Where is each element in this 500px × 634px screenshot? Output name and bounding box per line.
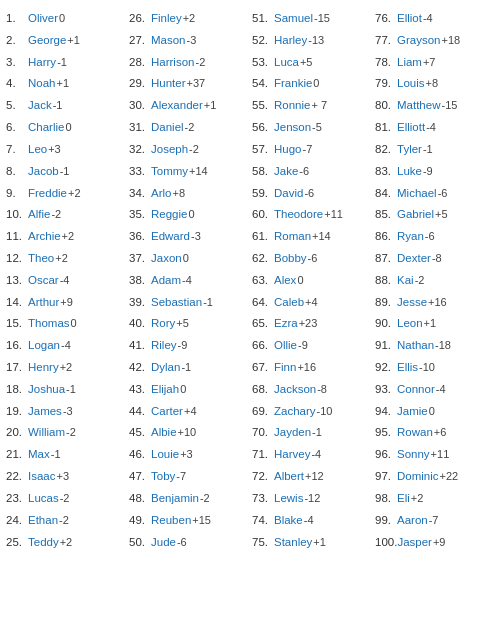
list-item: 73.Lewis -12 bbox=[250, 488, 373, 510]
rank-number: 58. bbox=[252, 163, 274, 181]
entry-change: +15 bbox=[192, 512, 211, 529]
rank-number: 63. bbox=[252, 272, 274, 290]
entry-change: +16 bbox=[428, 294, 447, 311]
entry-change: +1 bbox=[57, 75, 70, 92]
entry-change: -4 bbox=[426, 119, 436, 136]
entry-change: -8 bbox=[432, 250, 442, 267]
entry-name: Albert bbox=[274, 468, 304, 486]
entry-change: 0 bbox=[313, 75, 319, 92]
list-item: 76.Elliot -4 bbox=[373, 8, 496, 30]
entry-name: Oscar bbox=[28, 272, 59, 290]
rank-number: 8. bbox=[6, 163, 28, 181]
list-item: 45.Albie +10 bbox=[127, 422, 250, 444]
entry-change: +14 bbox=[312, 228, 331, 245]
rank-number: 90. bbox=[375, 315, 397, 333]
entry-change: -2 bbox=[415, 272, 425, 289]
entry-change: -1 bbox=[53, 97, 63, 114]
list-item: 18.Joshua -1 bbox=[4, 379, 127, 401]
entry-name: Teddy bbox=[28, 534, 59, 552]
rank-number: 5. bbox=[6, 97, 28, 115]
rank-number: 38. bbox=[129, 272, 151, 290]
list-item: 26.Finley +2 bbox=[127, 8, 250, 30]
rank-number: 23. bbox=[6, 490, 28, 508]
entry-name: Reuben bbox=[151, 512, 191, 530]
rank-number: 81. bbox=[375, 119, 397, 137]
entry-change: +1 bbox=[204, 97, 217, 114]
rank-number: 77. bbox=[375, 32, 397, 50]
rank-number: 35. bbox=[129, 206, 151, 224]
rankings-container: 1.Oliver 02.George +13.Harry -14.Noah +1… bbox=[4, 8, 496, 553]
rank-number: 100. bbox=[375, 534, 397, 552]
rank-number: 49. bbox=[129, 512, 151, 530]
entry-change: +10 bbox=[178, 424, 197, 441]
list-item: 61.Roman +14 bbox=[250, 226, 373, 248]
entry-name: Frankie bbox=[274, 75, 312, 93]
list-item: 9.Freddie +2 bbox=[4, 183, 127, 205]
entry-change: 0 bbox=[71, 315, 77, 332]
rank-number: 99. bbox=[375, 512, 397, 530]
entry-change: -2 bbox=[51, 206, 61, 223]
entry-name: Hunter bbox=[151, 75, 186, 93]
entry-change: -6 bbox=[308, 250, 318, 267]
list-item: 100.Jasper +9 bbox=[373, 532, 496, 554]
rank-number: 50. bbox=[129, 534, 151, 552]
list-item: 57.Hugo -7 bbox=[250, 139, 373, 161]
entry-change: -4 bbox=[182, 272, 192, 289]
rank-number: 45. bbox=[129, 424, 151, 442]
rank-number: 28. bbox=[129, 54, 151, 72]
rank-number: 82. bbox=[375, 141, 397, 159]
entry-name: Theo bbox=[28, 250, 54, 268]
rank-number: 52. bbox=[252, 32, 274, 50]
rank-number: 98. bbox=[375, 490, 397, 508]
entry-name: Luca bbox=[274, 54, 299, 72]
entry-name: Oliver bbox=[28, 10, 58, 28]
rank-number: 80. bbox=[375, 97, 397, 115]
entry-name: Alfie bbox=[28, 206, 50, 224]
entry-name: Edward bbox=[151, 228, 190, 246]
rank-number: 21. bbox=[6, 446, 28, 464]
list-item: 85.Gabriel +5 bbox=[373, 204, 496, 226]
entry-name: Harrison bbox=[151, 54, 194, 72]
list-item: 4.Noah +1 bbox=[4, 73, 127, 95]
rank-number: 93. bbox=[375, 381, 397, 399]
entry-name: Lucas bbox=[28, 490, 59, 508]
entry-change: -1 bbox=[60, 163, 70, 180]
entry-name: Toby bbox=[151, 468, 175, 486]
entry-change: +2 bbox=[68, 185, 81, 202]
list-item: 87.Dexter -8 bbox=[373, 248, 496, 270]
entry-change: -15 bbox=[441, 97, 457, 114]
list-item: 86.Ryan -6 bbox=[373, 226, 496, 248]
rank-number: 62. bbox=[252, 250, 274, 268]
entry-change: 0 bbox=[65, 119, 71, 136]
entry-change: +5 bbox=[176, 315, 189, 332]
entry-change: -2 bbox=[189, 141, 199, 158]
entry-change: -1 bbox=[181, 359, 191, 376]
rank-number: 7. bbox=[6, 141, 28, 159]
entry-name: Hugo bbox=[274, 141, 302, 159]
entry-change: +4 bbox=[305, 294, 318, 311]
list-item: 82.Tyler -1 bbox=[373, 139, 496, 161]
rank-number: 19. bbox=[6, 403, 28, 421]
list-item: 31.Daniel -2 bbox=[127, 117, 250, 139]
list-item: 68.Jackson -8 bbox=[250, 379, 373, 401]
entry-name: Riley bbox=[151, 337, 177, 355]
rank-number: 17. bbox=[6, 359, 28, 377]
column-2: 26.Finley +227.Mason -328.Harrison -229.… bbox=[127, 8, 250, 553]
entry-name: Elijah bbox=[151, 381, 179, 399]
entry-name: Stanley bbox=[274, 534, 312, 552]
rank-number: 55. bbox=[252, 97, 274, 115]
list-item: 43.Elijah 0 bbox=[127, 379, 250, 401]
rank-number: 2. bbox=[6, 32, 28, 50]
list-item: 84.Michael -6 bbox=[373, 183, 496, 205]
list-item: 55.Ronnie + 7 bbox=[250, 95, 373, 117]
entry-name: Elliot bbox=[397, 10, 422, 28]
list-item: 69.Zachary -10 bbox=[250, 401, 373, 423]
entry-name: Bobby bbox=[274, 250, 307, 268]
rank-number: 79. bbox=[375, 75, 397, 93]
list-item: 14.Arthur +9 bbox=[4, 292, 127, 314]
entry-change: + 7 bbox=[311, 97, 327, 114]
list-item: 62.Bobby -6 bbox=[250, 248, 373, 270]
list-item: 49.Reuben +15 bbox=[127, 510, 250, 532]
entry-name: Jenson bbox=[274, 119, 311, 137]
entry-name: Benjamin bbox=[151, 490, 199, 508]
